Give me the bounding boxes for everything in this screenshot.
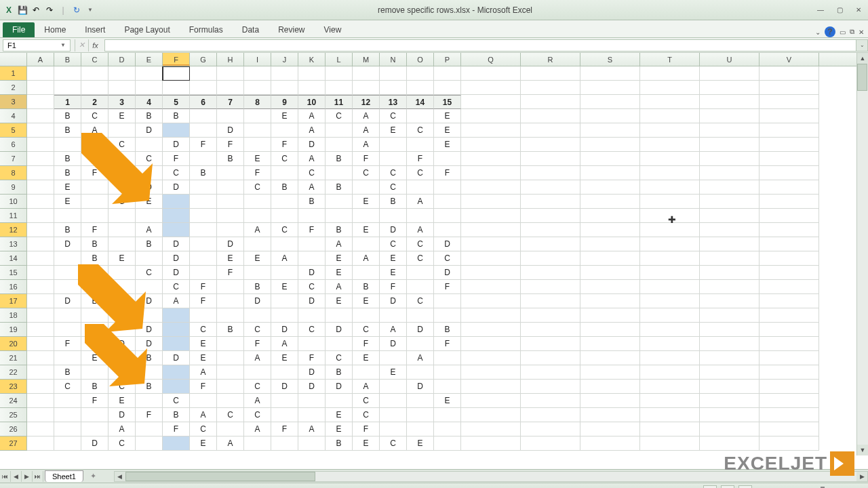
cell-U2[interactable] [700, 81, 760, 95]
cell-T17[interactable] [640, 294, 700, 308]
cell-Q17[interactable] [461, 294, 521, 308]
cell-O26[interactable] [407, 422, 434, 436]
cell-G11[interactable] [190, 209, 217, 223]
cell-U6[interactable] [700, 138, 760, 152]
cell-A18[interactable] [27, 308, 54, 323]
cell-T9[interactable] [640, 180, 700, 195]
cell-Q4[interactable] [461, 109, 521, 123]
cell-O6[interactable] [407, 138, 434, 152]
cell-P14[interactable]: C [434, 251, 461, 266]
cell-P20[interactable]: F [434, 337, 461, 351]
save-icon[interactable]: 💾 [16, 4, 28, 16]
cell-F12[interactable] [163, 223, 190, 237]
cell-F9[interactable]: D [163, 180, 190, 195]
cell-D19[interactable] [108, 323, 136, 337]
cell-G23[interactable]: F [190, 380, 217, 394]
cell-C6[interactable] [81, 138, 108, 152]
cell-G4[interactable] [190, 109, 217, 123]
cell-S1[interactable] [580, 66, 640, 81]
ribbon-caret-icon[interactable]: ⌄ [815, 28, 821, 36]
cell-V17[interactable] [760, 294, 819, 308]
cell-U9[interactable] [700, 180, 760, 195]
cell-S10[interactable] [580, 195, 640, 209]
cell-C24[interactable]: F [81, 394, 108, 408]
cell-D25[interactable]: D [108, 408, 136, 422]
cell-O8[interactable]: C [407, 166, 434, 180]
cell-R12[interactable] [521, 223, 580, 237]
cell-Q8[interactable] [461, 166, 521, 180]
cell-K24[interactable] [298, 394, 326, 408]
cell-V15[interactable] [760, 266, 819, 280]
cell-V6[interactable] [760, 138, 819, 152]
cell-U18[interactable] [700, 308, 760, 323]
cell-V19[interactable] [760, 323, 819, 337]
cell-F20[interactable] [163, 337, 190, 351]
cell-A16[interactable] [27, 280, 54, 294]
row-header-14[interactable]: 14 [0, 251, 27, 266]
cell-R24[interactable] [521, 394, 580, 408]
cell-K17[interactable]: D [298, 294, 326, 308]
cell-H12[interactable] [217, 223, 244, 237]
cell-Q25[interactable] [461, 408, 521, 422]
cell-J2[interactable] [271, 81, 298, 95]
col-header-I[interactable]: I [244, 53, 271, 66]
cell-B22[interactable]: B [54, 365, 81, 380]
cell-J1[interactable] [271, 66, 298, 81]
cell-K9[interactable]: A [298, 180, 326, 195]
cell-E8[interactable] [136, 166, 163, 180]
cell-L16[interactable]: A [326, 280, 353, 294]
cell-J7[interactable]: C [271, 152, 298, 166]
cell-Q18[interactable] [461, 308, 521, 323]
cell-F5[interactable] [163, 123, 190, 138]
col-header-G[interactable]: G [190, 53, 217, 66]
col-header-A[interactable]: A [27, 53, 54, 66]
ribbon-close-icon[interactable]: ✕ [859, 28, 864, 36]
scroll-right-icon[interactable]: ▶ [856, 472, 867, 481]
cell-F13[interactable]: D [163, 237, 190, 251]
cell-A19[interactable] [27, 323, 54, 337]
cell-G18[interactable] [190, 308, 217, 323]
cell-T23[interactable] [640, 380, 700, 394]
cell-Q16[interactable] [461, 280, 521, 294]
cell-H27[interactable]: A [217, 436, 244, 451]
cell-U3[interactable] [700, 95, 760, 109]
cell-J11[interactable] [271, 209, 298, 223]
cell-E2[interactable] [136, 81, 163, 95]
cell-P11[interactable] [434, 209, 461, 223]
cell-V12[interactable] [760, 223, 819, 237]
cell-M17[interactable]: E [353, 294, 380, 308]
formula-expand-icon[interactable]: ⌄ [856, 39, 868, 52]
cell-P9[interactable] [434, 180, 461, 195]
cell-E9[interactable]: D [136, 180, 163, 195]
cell-O18[interactable] [407, 308, 434, 323]
cell-C5[interactable]: A [81, 123, 108, 138]
help-icon[interactable]: ? [825, 26, 835, 37]
cell-A20[interactable] [27, 337, 54, 351]
vscroll-thumb[interactable] [857, 64, 867, 91]
cell-I6[interactable] [244, 138, 271, 152]
row-header-24[interactable]: 24 [0, 394, 27, 408]
cell-B10[interactable]: E [54, 195, 81, 209]
cell-C14[interactable]: B [81, 251, 108, 266]
cell-O7[interactable]: F [407, 152, 434, 166]
cell-P4[interactable]: E [434, 109, 461, 123]
cell-G7[interactable] [190, 152, 217, 166]
name-box-dropdown-icon[interactable]: ▼ [60, 42, 66, 48]
cell-H1[interactable] [217, 66, 244, 81]
cell-A2[interactable] [27, 81, 54, 95]
col-header-L[interactable]: L [326, 53, 353, 66]
cell-R13[interactable] [521, 237, 580, 251]
cell-C15[interactable] [81, 266, 108, 280]
cell-M12[interactable]: E [353, 223, 380, 237]
cell-L10[interactable] [326, 195, 353, 209]
tab-nav-last-icon[interactable]: ⏭ [33, 471, 43, 482]
cell-O16[interactable] [407, 280, 434, 294]
cell-V7[interactable] [760, 152, 819, 166]
cell-P22[interactable] [434, 365, 461, 380]
cell-A24[interactable] [27, 394, 54, 408]
row-header-5[interactable]: 5 [0, 123, 27, 138]
cell-H9[interactable] [217, 180, 244, 195]
cell-E1[interactable] [136, 66, 163, 81]
cell-H4[interactable] [217, 109, 244, 123]
cell-A3[interactable] [27, 95, 54, 109]
